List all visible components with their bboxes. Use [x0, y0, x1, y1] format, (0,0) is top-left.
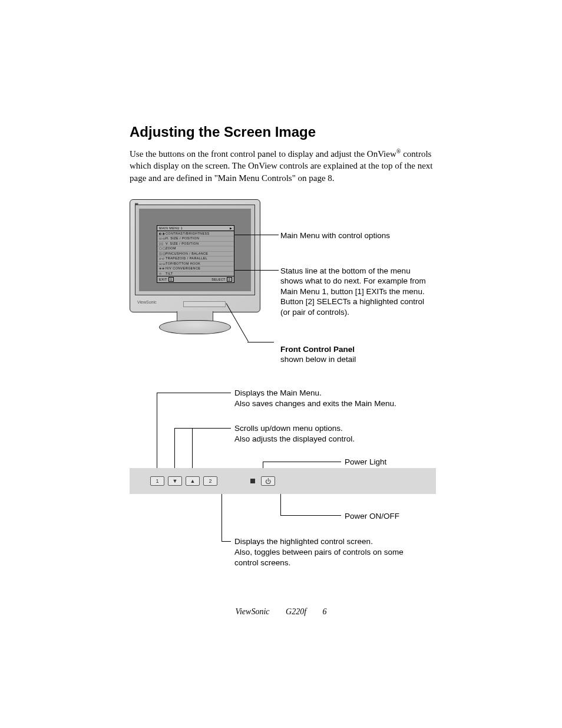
osd-title: MAIN MENU 1 [159, 226, 183, 230]
osd-menu: MAIN MENU 1 ▶ ◐◑CONTRAST/BRIGHTNESS ▭▭H.… [157, 225, 234, 284]
monitor-brand-label: ViewSonic [137, 300, 157, 304]
intro-text-a: Use the buttons on the front control pan… [130, 149, 396, 159]
callout-button-1: Displays the Main Menu. Also saves chang… [234, 388, 429, 409]
footer-page-number: 6 [323, 607, 327, 617]
osd-item-icon: ▱▱ [159, 256, 166, 261]
callout-main-menu: Main Menu with control options [280, 230, 434, 241]
osd-arrow-icon: ▶ [230, 226, 233, 230]
callout-button-2: Displays the highlighted control screen.… [234, 536, 429, 569]
callout-front-panel: Front Control Panel shown below in detai… [280, 344, 434, 365]
osd-item-label: V. SIZE / POSITION [166, 242, 199, 246]
leader-line [234, 270, 279, 271]
callout-arrow-a: Scrolls up/down menu options. [234, 424, 343, 433]
osd-item-icon: ▢▢ [159, 246, 166, 251]
osd-item: ▱▱TRAPEZOID / PARALLEL [157, 256, 234, 261]
panel-power-led-icon [250, 479, 255, 483]
osd-item-icon: ▭▭ [159, 262, 166, 266]
callout-front-panel-sub: shown below in detail [280, 355, 356, 364]
osd-item-label: ZOOM [166, 246, 176, 251]
footer-model: G220f [286, 607, 306, 617]
front-panel-buttons: 1 ▼ ▲ 2 ⏻ [150, 476, 275, 486]
leader-line [222, 494, 222, 541]
monitor-base [159, 320, 231, 334]
osd-item-label: TRAPEZOID / PARALLEL [166, 256, 207, 261]
leader-line [280, 515, 341, 516]
osd-item: ▭▭TOP/BOTTOM HOOK [157, 261, 234, 266]
monitor-figure: ▆▂ ViewSonic MAIN MENU 1 ▶ ◐◑CONTRAST/BR… [130, 199, 436, 358]
osd-item-label: TOP/BOTTOM HOOK [166, 262, 200, 266]
osd-item-icon: ▭▭ [159, 236, 166, 241]
leader-line [157, 393, 157, 468]
osd-item-icon: ◐◑ [159, 232, 166, 236]
osd-item: ⊕⊕H/V CONVERGENCE [157, 266, 234, 271]
callout-power-onoff: Power ON/OFF [345, 511, 399, 522]
callout-button-2-b: Also, toggles between pairs of controls … [234, 548, 404, 567]
osd-item-label: TILT [166, 272, 173, 276]
leader-line [192, 428, 193, 468]
page-footer: ViewSonic G220f 6 [0, 607, 562, 617]
leader-line [174, 428, 175, 468]
osd-select-button: 2 [227, 277, 232, 282]
page-heading: Adjusting the Screen Image [130, 124, 436, 140]
osd-item: ◐◑CONTRAST/BRIGHTNESS [157, 231, 234, 236]
callout-arrow-buttons: Scrolls up/down menu options. Also adjus… [234, 423, 429, 444]
leader-line [247, 342, 274, 342]
osd-item: ◇TILT [157, 271, 234, 276]
osd-select-label: SELECT [211, 278, 226, 281]
osd-item: ▭▭H. SIZE / POSITION [157, 236, 234, 241]
osd-item-icon: ▯▯ [159, 242, 166, 246]
panel-button-down: ▼ [168, 476, 182, 486]
leader-line [157, 393, 231, 393]
leader-line [280, 494, 281, 515]
callout-front-panel-title: Front Control Panel [280, 345, 355, 354]
panel-power-button: ⏻ [261, 476, 275, 486]
osd-item-icon: ⊕⊕ [159, 266, 166, 271]
callout-status-line: Status line at the bottom of the menu sh… [280, 266, 434, 318]
osd-item: ▢▢ZOOM [157, 246, 234, 251]
osd-item-icon: ◫◫ [159, 252, 166, 256]
callout-power-light: Power Light [345, 457, 386, 467]
intro-paragraph: Use the buttons on the front control pan… [130, 147, 436, 184]
monitor-front-buttons [183, 301, 226, 307]
osd-item-label: H. SIZE / POSITION [166, 236, 199, 241]
osd-item-label: PINCUSHION / BALANCE [166, 252, 208, 256]
callout-button-1-a: Displays the Main Menu. [234, 388, 322, 397]
osd-header: MAIN MENU 1 ▶ [157, 226, 234, 231]
front-panel-strip: 1 ▼ ▲ 2 ⏻ [130, 468, 436, 494]
osd-item: ▯▯V. SIZE / POSITION [157, 241, 234, 246]
osd-footer: EXIT 1 SELECT 2 [157, 276, 234, 282]
panel-button-up: ▲ [186, 476, 200, 486]
panel-button-1: 1 [150, 476, 164, 486]
osd-item-icon: ◇ [159, 272, 166, 276]
osd-item-label: H/V CONVERGENCE [166, 266, 200, 271]
osd-exit-button: 1 [168, 277, 174, 282]
leader-line [174, 428, 231, 429]
panel-button-2: 2 [203, 476, 217, 486]
osd-exit-label: EXIT [159, 278, 167, 281]
leader-line [263, 462, 341, 462]
footer-brand: ViewSonic [235, 607, 269, 617]
callout-arrow-b: Also adjusts the displayed control. [234, 434, 355, 443]
osd-item-label: CONTRAST/BRIGHTNESS [166, 232, 210, 236]
callout-button-1-b: Also saves changes and exits the Main Me… [234, 399, 396, 408]
callout-button-2-a: Displays the highlighted control screen. [234, 537, 373, 546]
leader-line [222, 541, 231, 542]
leader-line [234, 235, 279, 235]
osd-item: ◫◫PINCUSHION / BALANCE [157, 251, 234, 256]
